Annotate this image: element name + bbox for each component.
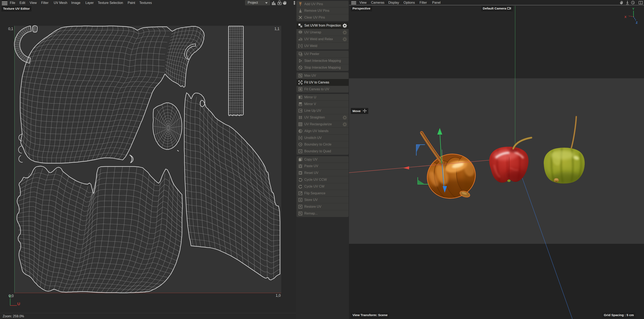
svg-text:1,0: 1,0 [276,293,281,297]
svg-text:Z: Z [636,21,638,24]
svg-text:U: U [17,302,20,306]
svg-text:0,0: 0,0 [9,294,14,298]
svg-text:0,1: 0,1 [8,27,13,31]
svg-text:Y: Y [632,7,634,11]
svg-text:1,1: 1,1 [274,27,280,31]
svg-text:X: X [624,15,626,19]
